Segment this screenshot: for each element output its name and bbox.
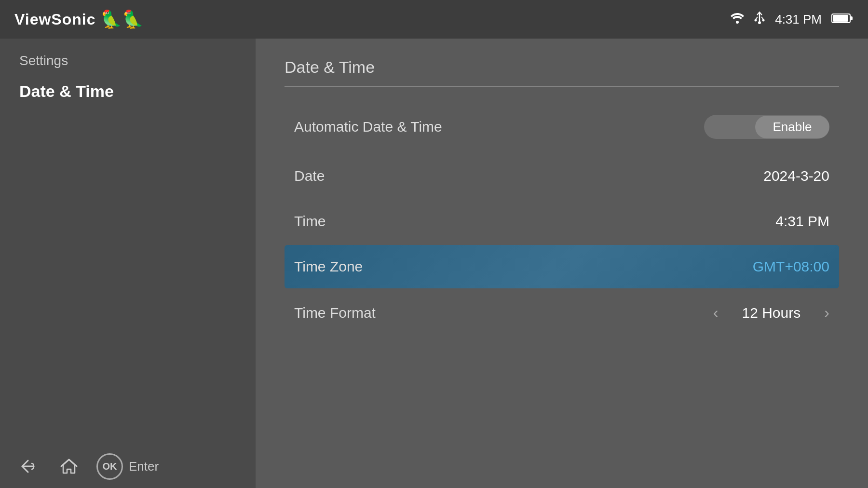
time-format-prev-button[interactable]: ‹ <box>713 304 719 322</box>
time-label: Time <box>294 213 326 230</box>
header-bar: ViewSonic 🦜🦜 4:31 PM <box>0 0 868 39</box>
toggle-enable-btn[interactable]: Enable <box>755 116 829 138</box>
automatic-date-time-label: Automatic Date & Time <box>294 119 442 135</box>
time-format-value: 12 Hours <box>732 305 810 321</box>
automatic-date-time-row: Automatic Date & Time Enable <box>285 101 839 152</box>
ok-enter-button[interactable]: OK Enter <box>96 453 159 480</box>
date-value: 2024-3-20 <box>763 168 829 184</box>
battery-icon <box>831 13 854 26</box>
section-divider <box>285 86 839 87</box>
ok-circle: OK <box>96 453 123 480</box>
time-format-next-button[interactable]: › <box>824 304 829 322</box>
svg-line-3 <box>761 17 763 19</box>
svg-rect-8 <box>833 15 848 22</box>
right-content: Date & Time Automatic Date & Time Enable… <box>256 39 868 488</box>
date-label: Date <box>294 168 325 184</box>
home-button[interactable] <box>55 453 82 480</box>
time-display: 4:31 PM <box>775 12 822 27</box>
time-value: 4:31 PM <box>775 213 829 230</box>
toggle-off-area <box>704 115 755 139</box>
time-format-label: Time Format <box>294 305 376 321</box>
sidebar-item-date-time[interactable]: Date & Time <box>19 82 114 101</box>
svg-point-6 <box>758 21 761 24</box>
section-title: Date & Time <box>285 58 839 77</box>
wifi-icon <box>731 12 744 27</box>
status-bar: 4:31 PM <box>731 11 854 27</box>
date-row: Date 2024-3-20 <box>285 154 839 198</box>
usb-icon <box>754 11 765 27</box>
logo-bird: 🦜🦜 <box>100 9 144 29</box>
timezone-value: GMT+08:00 <box>753 258 829 275</box>
left-panel <box>0 0 256 488</box>
svg-rect-9 <box>850 16 853 20</box>
svg-line-2 <box>756 17 758 19</box>
time-format-control: ‹ 12 Hours › <box>713 304 829 322</box>
timezone-row[interactable]: Time Zone GMT+08:00 <box>285 245 839 288</box>
time-format-row: Time Format ‹ 12 Hours › <box>285 290 839 335</box>
timezone-label: Time Zone <box>294 258 363 275</box>
time-row: Time 4:31 PM <box>285 200 839 243</box>
ok-label: Enter <box>129 459 159 474</box>
svg-point-4 <box>755 19 757 22</box>
automatic-date-time-toggle[interactable]: Enable <box>704 115 829 139</box>
logo-area: ViewSonic 🦜🦜 <box>14 9 144 29</box>
logo-text: ViewSonic <box>14 11 95 28</box>
svg-point-0 <box>736 21 739 24</box>
settings-label: Settings <box>19 53 68 68</box>
footer-bar: OK Enter <box>0 445 256 488</box>
svg-point-5 <box>762 19 765 22</box>
back-button[interactable] <box>14 453 41 480</box>
